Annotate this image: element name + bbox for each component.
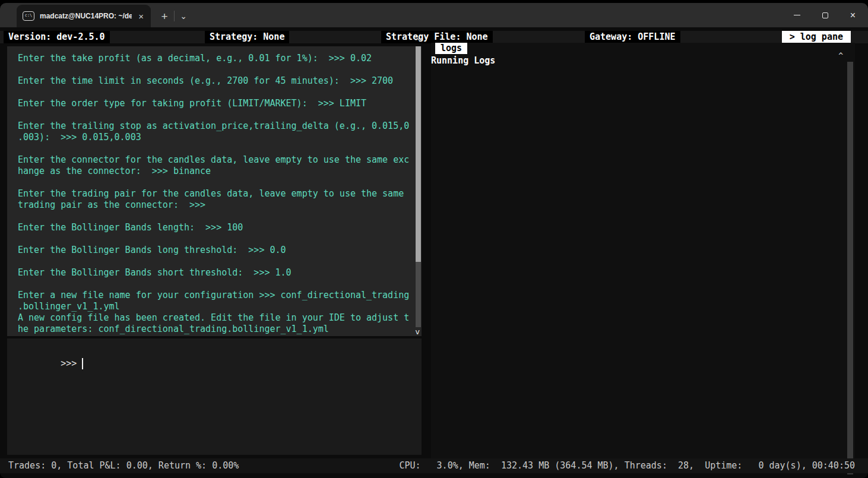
- terminal-output-line: [18, 278, 422, 290]
- log-pane-title: Running Logs: [431, 55, 495, 67]
- terminal-output-line: .003): >>> 0.015,0.003: [18, 132, 422, 143]
- titlebar[interactable]: c:\ madcatz@NUC14PRO: ~/deve × + ⌄ ×: [0, 3, 868, 27]
- scrollbar-thumb[interactable]: [416, 46, 421, 262]
- terminal-output-line: Enter the connector for the candles data…: [18, 154, 422, 166]
- strategy-file-label: Strategy File: None: [381, 31, 493, 43]
- maximize-button[interactable]: [811, 3, 839, 27]
- text-cursor: [82, 358, 83, 369]
- log-pane-toggle-button[interactable]: > log pane: [782, 31, 851, 43]
- minimize-icon: [794, 15, 800, 16]
- close-button[interactable]: ×: [839, 3, 867, 27]
- terminal-output-line: .bollinger_v1_1.yml: [18, 301, 422, 312]
- tab-title: madcatz@NUC14PRO: ~/deve: [40, 12, 132, 20]
- terminal-output-line: [18, 233, 422, 245]
- terminal-output-line: [18, 143, 422, 154]
- log-pane: logs Running Logs ^ v: [431, 43, 855, 458]
- tab-logs[interactable]: logs: [435, 43, 467, 54]
- strategy-label: Strategy: None: [205, 31, 289, 43]
- system-stats: CPU: 3.0%, Mem: 132.43 MB (364.54 MB), T…: [399, 458, 855, 473]
- command-input-line[interactable]: >>>: [7, 338, 422, 350]
- output-pane: Enter the take profit (as a decimal, e.g…: [7, 46, 422, 336]
- terminal-output-line: Enter the trailing stop as activation_pr…: [18, 121, 422, 132]
- terminal-output-line: [18, 256, 422, 267]
- terminal-output-line: [18, 87, 422, 98]
- terminal-output-line: [18, 211, 422, 222]
- terminal-output-line: hange as the connector: >>> binance: [18, 166, 422, 177]
- log-scrollbar[interactable]: [847, 62, 853, 474]
- command-prompt-icon: c:\: [23, 11, 34, 21]
- terminal-output-line: Enter the Bollinger Bands length: >>> 10…: [18, 222, 422, 233]
- tab-divider: [174, 11, 175, 21]
- terminal-output-line: Enter the take profit (as a decimal, e.g…: [18, 53, 422, 64]
- close-icon: ×: [850, 11, 856, 20]
- input-pane[interactable]: >>>: [7, 338, 422, 455]
- output-scrollbar[interactable]: [416, 46, 421, 327]
- terminal-output-line: A new config file has been created. Edit…: [18, 312, 422, 324]
- scroll-up-indicator: ^: [838, 52, 843, 59]
- terminal-output-line: Enter the trading pair for the candles d…: [18, 188, 422, 200]
- terminal-output-line: trading pair as the connector: >>>: [18, 200, 422, 211]
- terminal-output-line: Enter the time limit in seconds (e.g., 2…: [18, 75, 422, 87]
- status-bar: Trades: 0, Total P&L: 0.00, Return %: 0.…: [0, 458, 868, 473]
- input-prompt: >>>: [61, 358, 77, 369]
- terminal-output-line: Enter the order type for taking profit (…: [18, 98, 422, 109]
- terminal-output-line: [18, 64, 422, 75]
- terminal-window: c:\ madcatz@NUC14PRO: ~/deve × + ⌄ × Ver…: [0, 0, 868, 478]
- terminal-output: Enter the take profit (as a decimal, e.g…: [7, 46, 422, 335]
- scrollbar-track[interactable]: [416, 262, 421, 327]
- tab-close-icon[interactable]: ×: [137, 12, 145, 21]
- terminal-content: Version: dev-2.5.0 Strategy: None Strate…: [0, 27, 868, 478]
- scroll-down-indicator: v: [415, 328, 420, 335]
- terminal-output-line: he parameters: conf_directional_trading.…: [18, 324, 422, 335]
- maximize-icon: [822, 12, 828, 18]
- minimize-button[interactable]: [783, 3, 811, 27]
- terminal-tab[interactable]: c:\ madcatz@NUC14PRO: ~/deve ×: [17, 5, 151, 27]
- window-controls: ×: [783, 3, 867, 27]
- gateway-status-label: Gateway: OFFLINE: [585, 31, 680, 43]
- version-label: Version: dev-2.5.0: [4, 31, 110, 43]
- terminal-output-line: [18, 109, 422, 121]
- new-tab-button[interactable]: +: [157, 9, 172, 24]
- scroll-up-indicator: ^: [415, 37, 420, 45]
- terminal-output-line: Enter a new file name for your configura…: [18, 290, 422, 301]
- terminal-output-line: Enter the Bollinger Bands short threshol…: [18, 267, 422, 278]
- trades-summary: Trades: 0, Total P&L: 0.00, Return %: 0.…: [8, 458, 239, 473]
- hummingbot-topbar: Version: dev-2.5.0 Strategy: None Strate…: [0, 31, 868, 43]
- terminal-output-line: [18, 177, 422, 188]
- terminal-output-line: Enter the Bollinger Bands long threshold…: [18, 245, 422, 256]
- tab-dropdown-icon[interactable]: ⌄: [176, 8, 191, 24]
